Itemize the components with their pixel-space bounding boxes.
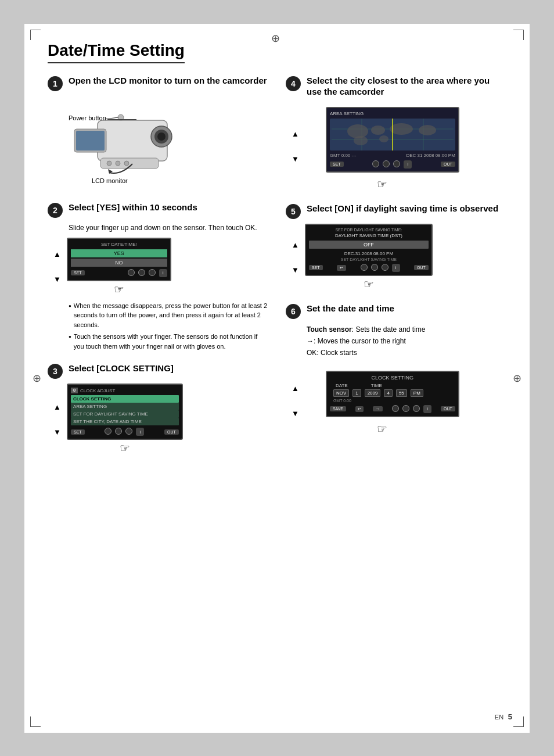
clock-save-btn[interactable]: SAVE [330, 406, 346, 411]
menu-title: ⚙ CLOCK ADJUST [71, 388, 179, 393]
menu-info-btn[interactable]: i [136, 428, 144, 436]
clock-circle-3[interactable] [413, 405, 420, 412]
circle-btn-3[interactable] [149, 269, 156, 276]
ampm-box[interactable]: PM [411, 389, 423, 397]
step-5-title: Select [ON] if daylight saving time is o… [307, 203, 498, 214]
area-date: DEC 31 2008 08:00 PM [406, 153, 455, 158]
step-4: 4 Select the city closest to the area wh… [286, 75, 506, 191]
area-circle-2[interactable] [383, 160, 390, 167]
menu-item-clock-setting[interactable]: CLOCK SETTING [71, 395, 179, 403]
step-3-number: 3 [48, 364, 63, 379]
dst-circle-3[interactable] [382, 264, 388, 271]
step-3-title: Select [CLOCK SETTING] [69, 363, 174, 374]
dst-back-btn[interactable]: ↩ [337, 265, 346, 271]
clock-values-row: NOV 1 2009 4 55 PM [333, 389, 455, 397]
arrow-up: ▲ [53, 250, 61, 259]
crosshair-top [271, 32, 283, 44]
dst-out-btn[interactable]: OUT [414, 265, 429, 270]
clock-out-btn[interactable]: OUT [441, 406, 455, 411]
circle-btn-2[interactable] [138, 269, 145, 276]
clock-circle-2[interactable] [402, 405, 409, 412]
area-screen: AREA SETTING [326, 107, 459, 173]
bullet-2: Touch the sensors with your finger. The … [69, 332, 268, 351]
arrow-up-6: ▲ [292, 384, 299, 393]
setdt-title: SET DATE/TIME! [71, 242, 167, 247]
set-date-time-screen: SET DATE/TIME! YES NO SET i [67, 238, 171, 281]
menu-circle-3[interactable] [125, 428, 132, 435]
dst-subtitle: DAYLIGHT SAVING TIME (DST) [309, 233, 429, 238]
area-set-btn[interactable]: SET [330, 162, 344, 167]
clock-circle-1[interactable] [392, 405, 399, 412]
col-right: 4 Select the city closest to the area wh… [286, 75, 506, 467]
world-map [330, 119, 455, 151]
hour-box[interactable]: 4 [384, 389, 392, 397]
dst-circle-1[interactable] [361, 264, 368, 271]
step-2: 2 Select [YES] within 10 seconds Slide y… [48, 202, 268, 352]
menu-item-set-city[interactable]: SET THE CITY, DATE AND TIME [71, 418, 179, 425]
area-circle-1[interactable] [372, 160, 379, 167]
step-4-number: 4 [286, 76, 301, 91]
time-label: TIME [371, 383, 382, 388]
step-6-arrows: ▲ ▼ [292, 384, 299, 418]
power-button-label: Power button [69, 114, 106, 121]
step-3-screen-wrapper: ▲ ▼ ⚙ CLOCK ADJUST CLOCK SETTING AREA SE… [53, 384, 268, 455]
set-button[interactable]: SET [71, 270, 85, 275]
camcorder-illustration: Power button [69, 97, 268, 190]
step-2-hand: ☞ [67, 282, 171, 296]
dst-info-btn[interactable]: i [392, 264, 400, 272]
page-number: EN 5 [495, 712, 512, 721]
menu-item-dst[interactable]: SET FOR DAYLIGHT SAVING TIME [71, 410, 179, 418]
arrow-down-4: ▼ [292, 155, 299, 163]
col-left: 1 Open the LCD monitor to turn on the ca… [48, 75, 268, 467]
step-2-header: 2 Select [YES] within 10 seconds [48, 202, 268, 218]
bullet-1: When the message disappears, press the p… [69, 301, 268, 330]
circle-btn-1[interactable] [128, 269, 135, 276]
menu-out-btn[interactable]: OUT [164, 429, 179, 435]
step-2-screen-container: SET DATE/TIME! YES NO SET i [67, 238, 171, 296]
step-3-screen-container: ⚙ CLOCK ADJUST CLOCK SETTING AREA SETTIN… [67, 384, 183, 455]
clock-btn-row: SAVE ↩ → i OUT [330, 405, 455, 413]
clock-back-btn[interactable]: ↩ [355, 406, 364, 412]
area-out-btn[interactable]: OUT [441, 162, 455, 167]
area-info-btn[interactable]: i [404, 160, 412, 169]
step-5-number: 5 [286, 204, 301, 219]
step-6-arrow-desc: →: Moves the cursor to the right [307, 335, 506, 347]
setdt-yes: YES [71, 249, 167, 257]
menu-circle-1[interactable] [105, 428, 111, 435]
dst-circle-2[interactable] [371, 264, 378, 271]
svg-point-23 [379, 135, 388, 142]
step-6-header: 6 Set the date and time [286, 303, 506, 319]
arrow-down-5: ▼ [292, 266, 299, 274]
area-circle-3[interactable] [393, 160, 400, 167]
year-box[interactable]: 2009 [365, 389, 381, 397]
corner-mark-bl [30, 716, 41, 727]
arrow-down: ▼ [53, 275, 61, 284]
step-3: 3 Select [CLOCK SETTING] ▲ ▼ ⚙ CLOCK ADJ… [48, 363, 268, 455]
step-6-number: 6 [286, 304, 301, 319]
svg-point-5 [157, 132, 166, 141]
menu-circle-2[interactable] [115, 428, 122, 435]
step-5-hand: ☞ [305, 277, 433, 291]
step-6-ok-desc: OK: Clock starts [307, 347, 506, 359]
arrow-down-3: ▼ [53, 428, 61, 436]
month-box[interactable]: NOV [333, 389, 349, 397]
gmt-row: GMT 0:00 --- DEC 31 2008 08:00 PM [330, 153, 455, 158]
menu-item-area-setting[interactable]: AREA SETTING [71, 403, 179, 410]
day-box[interactable]: 1 [352, 389, 361, 397]
dst-circle-btns: i [361, 264, 400, 272]
step-2-body: Slide your finger up and down on the sen… [69, 223, 268, 233]
dst-screen: SET FOR DAYLIGHT SAVING TIME: DAYLIGHT S… [305, 224, 433, 276]
minute-box[interactable]: 55 [396, 389, 407, 397]
dst-set-btn[interactable]: SET [309, 265, 323, 270]
step-1-title: Open the LCD monitor to turn on the camc… [69, 75, 267, 87]
info-btn[interactable]: i [159, 269, 167, 277]
step-2-arrows: ▲ ▼ [53, 250, 61, 284]
step-6-screen-wrapper: ▲ ▼ CLOCK SETTING DATE TIME NOV [292, 366, 506, 436]
step-4-arrows: ▲ ▼ [292, 130, 299, 163]
menu-set-btn[interactable]: SET [71, 429, 85, 435]
clock-info-btn[interactable]: i [423, 405, 431, 413]
step-4-hand: ☞ [305, 177, 459, 191]
step-2-title: Select [YES] within 10 seconds [69, 202, 197, 213]
clock-arrow-btn[interactable]: → [373, 406, 383, 411]
page: ⊕ ⊕ EN 5 Date/Time Setting 1 Open the LC… [24, 24, 530, 733]
